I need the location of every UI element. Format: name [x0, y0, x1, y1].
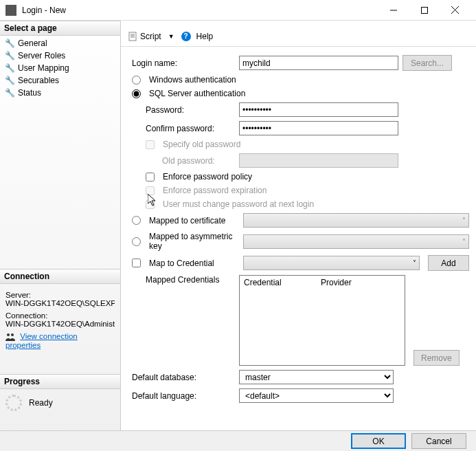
form: Login name: Search... Windows authentica…: [121, 47, 476, 430]
connection-value: WIN-DGGK1T42OEQ\Administrator: [5, 320, 115, 328]
certificate-combo: ˅: [243, 213, 469, 228]
connection-body: Server: WIN-DGGK1T42OEQ\SQLEXPRESS Conne…: [0, 284, 120, 353]
mapped-certificate-radio[interactable]: [132, 216, 141, 225]
svg-point-5: [11, 333, 14, 336]
default-language-select[interactable]: <default>: [239, 388, 394, 403]
close-button[interactable]: [440, 1, 471, 20]
remove-button[interactable]: Remove: [413, 350, 460, 366]
help-icon: ?: [181, 32, 191, 41]
dialog-footer: OK Cancel: [0, 430, 476, 451]
toolbar: Script ▼ ? Help: [121, 26, 476, 47]
wrench-icon: 🔧: [5, 76, 14, 85]
sidebar-item-user-mapping[interactable]: 🔧 User Mapping: [0, 62, 120, 74]
wrench-icon: 🔧: [5, 39, 14, 47]
svg-rect-1: [421, 7, 427, 13]
specify-old-password-label: Specify old password: [163, 140, 240, 149]
mapped-certificate-label: Mapped to certificate: [149, 216, 239, 226]
add-button[interactable]: Add: [428, 255, 469, 271]
maximize-button[interactable]: [409, 1, 440, 20]
script-icon: [128, 32, 137, 41]
sidebar-item-server-roles[interactable]: 🔧 Server Roles: [0, 50, 120, 62]
progress-body: Ready: [0, 389, 120, 417]
window-title: Login - New: [22, 6, 66, 15]
must-change-password-checkbox: [146, 200, 155, 209]
server-label: Server:: [5, 291, 115, 299]
script-button[interactable]: Script: [140, 32, 161, 41]
content-area: Script ▼ ? Help Login name: Search... Wi…: [121, 21, 476, 430]
chevron-down-icon: ˅: [413, 259, 416, 267]
enforce-password-policy-checkbox[interactable]: [146, 173, 155, 182]
credential-column-header: Credential: [244, 278, 321, 287]
connection-label: Connection:: [5, 311, 115, 320]
map-to-credential-checkbox[interactable]: [132, 258, 141, 267]
old-password-input: [239, 153, 398, 168]
connection-header: Connection: [0, 269, 120, 284]
page-label: User Mapping: [18, 63, 69, 73]
sidebar-item-securables[interactable]: 🔧 Securables: [0, 74, 120, 87]
progress-spinner-icon: [5, 395, 22, 411]
minimize-button[interactable]: [378, 1, 409, 20]
mapped-asymmetric-key-radio[interactable]: [132, 237, 141, 246]
title-bar: Login - New: [0, 0, 476, 21]
password-label: Password:: [146, 105, 235, 115]
view-connection-properties-link[interactable]: View connection properties: [5, 332, 78, 349]
page-label: General: [18, 38, 47, 48]
sql-auth-radio[interactable]: [132, 89, 141, 98]
mapped-credentials-label: Mapped Credentials: [132, 275, 235, 285]
svg-rect-6: [129, 32, 136, 41]
page-label: Server Roles: [18, 51, 65, 60]
people-icon: [5, 333, 15, 341]
default-language-label: Default language:: [132, 391, 235, 401]
sidebar-item-general[interactable]: 🔧 General: [0, 37, 120, 50]
svg-point-4: [7, 333, 10, 336]
cancel-button[interactable]: Cancel: [411, 433, 466, 449]
map-to-credential-label: Map to Credential: [149, 258, 239, 268]
old-password-label: Old password:: [162, 156, 235, 166]
must-change-password-label: User must change password at next login: [163, 199, 314, 209]
wrench-icon: 🔧: [5, 52, 14, 60]
password-input[interactable]: [239, 102, 398, 117]
ok-button[interactable]: OK: [351, 433, 406, 449]
wrench-icon: 🔧: [5, 64, 14, 72]
app-icon: [5, 5, 16, 16]
mapped-asymmetric-key-label: Mapped to asymmetric key: [149, 232, 239, 251]
provider-column-header: Provider: [321, 278, 352, 287]
asymmetric-key-combo: ˅: [243, 234, 469, 249]
sql-auth-label: SQL Server authentication: [149, 89, 245, 98]
script-dropdown-icon[interactable]: ▼: [168, 33, 174, 40]
specify-old-password-checkbox: [146, 140, 155, 149]
search-button[interactable]: Search...: [403, 55, 452, 71]
wrench-icon: 🔧: [5, 89, 14, 97]
windows-auth-radio[interactable]: [132, 76, 141, 85]
chevron-down-icon: ˅: [462, 217, 466, 224]
enforce-password-expiration-checkbox: [146, 186, 155, 195]
progress-header: Progress: [0, 374, 120, 389]
sidebar: Select a page 🔧 General 🔧 Server Roles 🔧…: [0, 21, 121, 430]
page-label: Status: [18, 88, 41, 98]
select-page-header: Select a page: [0, 21, 120, 36]
login-name-label: Login name:: [132, 58, 235, 68]
credential-combo[interactable]: ˅: [243, 256, 420, 270]
page-list: 🔧 General 🔧 Server Roles 🔧 User Mapping …: [0, 36, 120, 100]
sidebar-item-status[interactable]: 🔧 Status: [0, 87, 120, 99]
default-database-select[interactable]: master: [239, 370, 394, 384]
help-button[interactable]: Help: [196, 32, 214, 41]
windows-auth-label: Windows authentication: [149, 75, 236, 85]
confirm-password-label: Confirm password:: [146, 124, 235, 133]
enforce-password-policy-label: Enforce password policy: [163, 172, 252, 182]
confirm-password-input[interactable]: [239, 121, 398, 135]
server-value: WIN-DGGK1T42OEQ\SQLEXPRESS: [5, 299, 115, 307]
page-label: Securables: [18, 76, 59, 85]
chevron-down-icon: ˅: [462, 238, 466, 245]
mapped-credentials-list[interactable]: Credential Provider: [239, 275, 405, 366]
enforce-password-expiration-label: Enforce password expiration: [163, 186, 267, 195]
progress-status: Ready: [29, 398, 53, 408]
login-name-input[interactable]: [239, 56, 398, 70]
default-database-label: Default database:: [132, 373, 235, 382]
